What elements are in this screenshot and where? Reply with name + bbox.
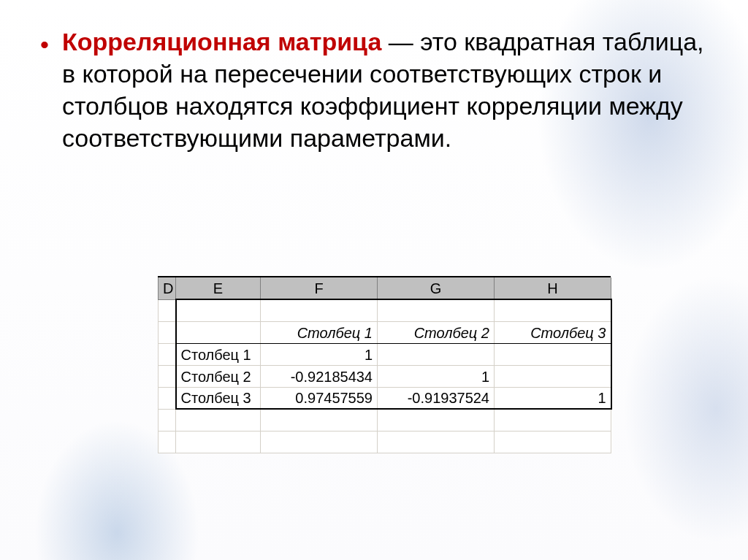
cell: -0.92185434	[261, 365, 378, 387]
correlation-table: D E F G H Столбец 1 Столбец 2 Столбец	[158, 277, 612, 453]
slide: • Корреляционная матрица — это квадратна…	[0, 0, 748, 560]
col-label-3: Столбец 3	[495, 321, 611, 343]
row-label: Столбец 3	[176, 387, 261, 409]
row-label: Столбец 1	[176, 343, 261, 365]
col-header-G: G	[378, 277, 495, 299]
cell	[495, 365, 611, 387]
column-header-row: D E F G H	[159, 277, 611, 299]
col-header-D: D	[159, 277, 176, 299]
col-label-2: Столбец 2	[378, 321, 495, 343]
cell: 1	[378, 365, 495, 387]
cell: 0.97457559	[261, 387, 378, 409]
table-row: Столбец 1 Столбец 2 Столбец 3	[159, 321, 611, 343]
table-row	[159, 409, 611, 431]
bullet-marker: •	[40, 28, 49, 61]
col-header-F: F	[261, 277, 378, 299]
bullet-text: Корреляционная матрица — это квадратная …	[62, 26, 704, 154]
row-label: Столбец 2	[176, 365, 261, 387]
col-label-1: Столбец 1	[261, 321, 378, 343]
spreadsheet-snippet: D E F G H Столбец 1 Столбец 2 Столбец	[158, 276, 611, 453]
col-header-H: H	[495, 277, 611, 299]
slide-body: • Корреляционная матрица — это квадратна…	[40, 26, 704, 154]
table-row: Столбец 2 -0.92185434 1	[159, 365, 611, 387]
cell: 1	[495, 387, 611, 409]
col-header-E: E	[176, 277, 261, 299]
cell: -0.91937524	[378, 387, 495, 409]
table-row	[159, 299, 611, 321]
table-row	[159, 431, 611, 453]
bullet-item: • Корреляционная матрица — это квадратна…	[40, 26, 704, 154]
cell: 1	[261, 343, 378, 365]
cell	[378, 343, 495, 365]
cell	[495, 343, 611, 365]
table-row: Столбец 1 1	[159, 343, 611, 365]
table-row: Столбец 3 0.97457559 -0.91937524 1	[159, 387, 611, 409]
term-highlight: Корреляционная матрица	[62, 28, 381, 55]
